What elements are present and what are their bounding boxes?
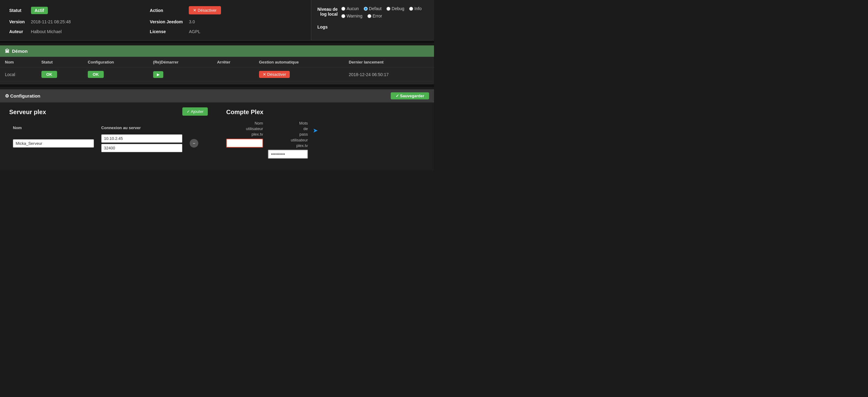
row-redemarrer: ▶ <box>148 68 212 81</box>
nom-utilisateur-label: Nom utilisateur plex.tv <box>246 121 263 137</box>
col-server-action <box>186 123 208 133</box>
row-configuration: OK <box>83 68 148 81</box>
row-gestion-auto: ✕ Désactiver <box>254 68 344 81</box>
table-row: Local OK OK ▶ ✕ Désactiver 2018-12-24 06… <box>0 68 434 81</box>
config-ok-button[interactable]: OK <box>88 71 104 78</box>
col-redemarrer: (Re)Démarrer <box>148 57 212 68</box>
radio-error[interactable]: Error <box>367 13 382 19</box>
server-nom-input[interactable] <box>13 139 94 147</box>
compte-form: Nom utilisateur plex.tv Mots de pass uti… <box>226 121 425 159</box>
log-local-label: log local <box>317 12 338 16</box>
col-server-connexion: Connexion au server <box>98 123 186 133</box>
auteur-label: Auteur <box>9 29 25 34</box>
nom-utilisateur-field: Nom utilisateur plex.tv <box>226 121 263 147</box>
license-label: License <box>150 29 183 34</box>
desactiver-button[interactable]: ✕ Désactiver <box>189 6 221 14</box>
nom-utilisateur-input[interactable] <box>226 139 263 147</box>
compte-plex-panel: Compte Plex Nom utilisateur plex.tv Mots… <box>226 109 425 159</box>
row-arreter <box>212 68 254 81</box>
actif-badge: Actif <box>31 7 48 14</box>
demon-table: Nom Statut Configuration (Re)Démarrer Ar… <box>0 57 434 81</box>
radio-info[interactable]: Info <box>409 6 422 11</box>
server-connexion-cell <box>98 133 186 154</box>
radio-warning[interactable]: Warning <box>341 13 363 19</box>
server-action-cell: − <box>186 133 208 154</box>
plugin-info-panel: Statut Actif Action ✕ Désactiver Version… <box>0 0 311 40</box>
ajouter-button[interactable]: ✓ Ajouter <box>182 107 208 115</box>
col-gestion: Gestion automatique <box>254 57 344 68</box>
server-row: − <box>9 133 208 154</box>
server-ip-input[interactable] <box>101 134 182 143</box>
version-jeedom-value: 3.0 <box>189 19 302 24</box>
config-body: Serveur plex ✓ Ajouter Nom Connexion au … <box>0 102 434 165</box>
config-section: ⚙ Configuration ✓ Sauvegarder Serveur pl… <box>0 89 434 171</box>
gestion-desactiver-button[interactable]: ✕ Désactiver <box>259 71 290 78</box>
license-value: AGPL <box>189 29 302 34</box>
demon-icon: 🏛 <box>5 48 9 54</box>
niveau-label: Niveau de <box>317 7 338 12</box>
row-nom: Local <box>0 68 36 81</box>
log-section: Niveau de log local Aucun Defaut Debug I <box>311 0 434 40</box>
logs-label: Logs <box>317 25 428 29</box>
log-level-bottom-row: Warning Error <box>341 13 422 19</box>
mdp-field: Mots de pass utilisateur plex.tv <box>268 121 308 159</box>
server-port-input[interactable] <box>101 144 182 152</box>
col-server-nom: Nom <box>9 123 98 133</box>
row-dernier-lancement: 2018-12-24 06:50:17 <box>344 68 434 81</box>
compte-plex-title: Compte Plex <box>226 109 425 115</box>
mdp-label: Mots de pass utilisateur plex.tv <box>291 121 308 148</box>
server-table: Nom Connexion au server <box>9 123 208 154</box>
serveur-plex-title: Serveur plex <box>9 109 46 115</box>
server-nom-cell <box>9 133 98 154</box>
statut-value: Actif <box>31 7 144 14</box>
mdp-input[interactable] <box>268 150 308 159</box>
demon-header: 🏛 Démon <box>0 45 434 57</box>
demon-section: 🏛 Démon Nom Statut Configuration (Re)Dém… <box>0 45 434 85</box>
col-nom: Nom <box>0 57 36 68</box>
row-statut: OK <box>36 68 83 81</box>
config-header: ⚙ Configuration ✓ Sauvegarder <box>0 89 434 102</box>
serveur-plex-panel: Serveur plex ✓ Ajouter Nom Connexion au … <box>9 109 208 159</box>
config-title: ⚙ Configuration <box>5 93 40 99</box>
version-jeedom-label: Version Jeedom <box>150 19 183 24</box>
action-value: ✕ Désactiver <box>189 6 302 14</box>
radio-debug[interactable]: Debug <box>386 6 404 11</box>
col-statut: Statut <box>36 57 83 68</box>
statut-ok-button[interactable]: OK <box>41 71 57 78</box>
demon-title: Démon <box>12 48 28 54</box>
col-dernier-lancement: Dernier lancement <box>344 57 434 68</box>
col-configuration: Configuration <box>83 57 148 68</box>
statut-label: Statut <box>9 8 25 13</box>
col-arreter: Arrêter <box>212 57 254 68</box>
action-label: Action <box>150 8 183 13</box>
version-value: 2018-11-21 08:25:48 <box>31 19 144 24</box>
radio-defaut[interactable]: Defaut <box>364 6 381 11</box>
redemarrer-button[interactable]: ▶ <box>153 71 163 78</box>
arrow-button[interactable]: ➤ <box>313 127 318 134</box>
version-label: Version <box>9 19 25 24</box>
auteur-value: Halbout Michael <box>31 29 144 34</box>
remove-server-button[interactable]: − <box>190 139 198 147</box>
top-section: Statut Actif Action ✕ Désactiver Version… <box>0 0 434 40</box>
radio-aucun[interactable]: Aucun <box>341 6 359 11</box>
sauvegarder-button[interactable]: ✓ Sauvegarder <box>391 92 429 99</box>
log-level-top-row: Aucun Defaut Debug Info <box>341 6 422 11</box>
